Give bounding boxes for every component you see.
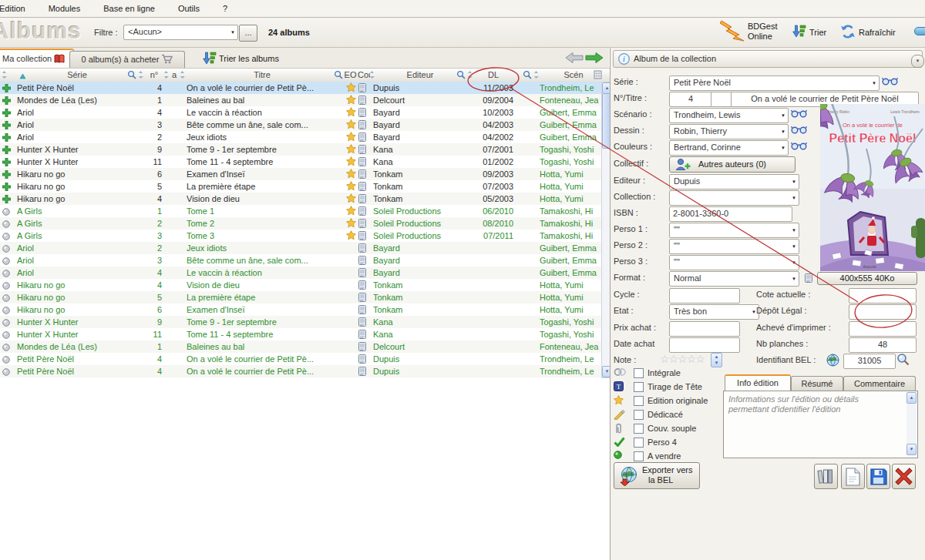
previous-arrow-icon[interactable] [565, 52, 584, 65]
table-row[interactable]: Hunter X Hunter11Tome 11 - 4 septembreKa… [0, 156, 601, 168]
checkbox[interactable] [634, 410, 644, 420]
export-bel-button[interactable]: Exporter versla BEL [614, 462, 700, 489]
search-icon[interactable] [456, 70, 466, 81]
table-row[interactable]: Mondes de Léa (Les)1Baleines au balDelco… [0, 94, 601, 106]
column-header-a[interactable]: a [168, 69, 180, 81]
table-row[interactable]: Ariol2Jeux idiotsBayard04/2002Guibert, E… [0, 131, 601, 143]
search-icon[interactable] [334, 70, 343, 81]
column-header-couverture[interactable]: Cou [358, 69, 370, 81]
note-spinner[interactable]: ▲▼ [711, 353, 722, 367]
image-size-button[interactable]: 400x555 40Ko [817, 272, 917, 285]
serie-dropdown[interactable]: Petit Père Noël▼ [669, 75, 880, 91]
new-record-button[interactable] [841, 464, 865, 489]
table-row[interactable]: A Girls2Tome 2Soleil Productions08/2010T… [0, 217, 601, 230]
refresh-button[interactable]: Rafraîchir [859, 28, 896, 37]
cote-actuelle-field[interactable] [849, 288, 917, 303]
collapse-panel-button[interactable]: ▼ [911, 55, 924, 68]
next-arrow-icon[interactable] [585, 52, 604, 65]
scroll-up-icon[interactable]: ▲ [906, 392, 917, 404]
albums-stack-button[interactable] [814, 464, 838, 489]
table-row[interactable]: Hunter X Hunter11Tome 11 - 4 septembreKa… [0, 328, 601, 340]
menu-help[interactable]: ? [211, 0, 239, 17]
perso3-dropdown[interactable]: ""▼ [669, 255, 799, 270]
column-header-dl[interactable]: DL [476, 69, 510, 81]
table-row[interactable]: Ariol3Bête comme un âne, sale com...Baya… [0, 119, 601, 131]
sort-caret-icon[interactable] [467, 70, 473, 81]
trier-les-albums-button[interactable]: Trier les albums [203, 51, 279, 66]
save-button[interactable] [866, 464, 890, 489]
sort-caret-icon[interactable] [533, 70, 539, 81]
table-row[interactable]: Hikaru no go4Vision de dieuTonkamHotta, … [0, 279, 601, 291]
tab-a-acheter[interactable]: 0 album(s) à acheter [69, 51, 185, 69]
tab-ma-collection[interactable]: Ma collection [0, 49, 74, 69]
perso2-dropdown[interactable]: ""▼ [669, 239, 799, 254]
bel-search-icon[interactable] [896, 353, 910, 367]
nb-planches-field[interactable]: 48 [849, 337, 917, 353]
column-header-eo[interactable]: EO [344, 69, 357, 81]
browse-couleurs-icon[interactable] [791, 141, 807, 152]
menu-modules[interactable]: Modules [37, 0, 92, 17]
date-achat-field[interactable] [669, 337, 740, 353]
menu-edition[interactable]: Edition [0, 0, 37, 17]
table-row[interactable]: Petit Père Noël4On a volé le courrier de… [0, 353, 601, 365]
checkbox[interactable] [634, 396, 644, 406]
filter-more-button[interactable]: ... [239, 25, 257, 42]
column-header-numero[interactable]: n° [145, 69, 163, 81]
table-row[interactable]: Ariol3Bête comme un âne, sale com...Baya… [0, 254, 601, 267]
refresh-icon[interactable] [840, 25, 856, 40]
note-stars-rating[interactable]: ☆☆☆☆☆ [660, 353, 705, 366]
search-icon[interactable] [523, 70, 532, 81]
column-header-titre[interactable]: Titre [200, 69, 324, 81]
sort-icon[interactable] [792, 25, 806, 39]
table-row[interactable]: Ariol4Le vaccin à réactionBayard10/2003G… [0, 106, 601, 119]
prix-achat-field[interactable] [669, 321, 740, 337]
filter-dropdown[interactable]: <Aucun>▼ [123, 25, 238, 40]
browse-series-icon[interactable] [882, 76, 898, 87]
table-row[interactable]: Hikaru no go6Examen d'InseïTonkamHotta, … [0, 303, 601, 316]
table-row[interactable]: Hikaru no go5La première étapeTonkam07/2… [0, 180, 601, 193]
depot-legal-field[interactable] [849, 304, 917, 320]
sort-caret-icon[interactable] [369, 70, 375, 81]
couleurs-dropdown[interactable]: Bertrand, Corinne▼ [669, 140, 789, 156]
column-header-serie[interactable]: Série [31, 69, 123, 81]
column-chooser-icon[interactable] [594, 70, 602, 81]
table-row[interactable]: Mondes de Léa (Les)1Baleines au balDelco… [0, 340, 601, 353]
bdgest-online-icon[interactable] [720, 20, 745, 43]
table-row[interactable]: Ariol4Le vaccin à réactionBayardGuibert,… [0, 267, 601, 279]
isbn-field[interactable]: 2-8001-3360-0 [669, 206, 792, 222]
checkbox[interactable] [634, 368, 644, 378]
sort-caret-icon[interactable] [138, 70, 143, 81]
browse-dessin-icon[interactable] [791, 125, 807, 136]
table-row[interactable]: Hikaru no go4Vision de dieuTonkam05/2003… [0, 193, 601, 205]
scenario-dropdown[interactable]: Trondheim, Lewis▼ [669, 108, 789, 123]
tab-info-edition[interactable]: Info édition [725, 374, 791, 392]
checkbox[interactable] [634, 438, 644, 448]
column-header-editeur[interactable]: Editeur [385, 69, 455, 81]
tab-commentaire[interactable]: Commentaire [843, 376, 916, 391]
table-row[interactable]: A Girls3Tome 3Soleil Productions07/2011T… [0, 230, 601, 242]
cycle-field[interactable] [669, 288, 740, 303]
search-icon[interactable] [127, 70, 136, 81]
scroll-down-icon[interactable]: ▼ [906, 444, 917, 455]
collection-dropdown[interactable]: ▼ [669, 190, 799, 206]
sort-caret-icon[interactable] [180, 70, 185, 81]
table-row[interactable]: Hikaru no go6Examen d'InseïTonkam09/2003… [0, 168, 601, 180]
perso1-dropdown[interactable]: ""▼ [669, 223, 799, 238]
table-row[interactable]: Ariol2Jeux idiotsBayardGuibert, Emma [0, 242, 601, 254]
acheve-imprimer-field[interactable] [849, 321, 917, 337]
sort-caret-icon[interactable] [2, 70, 7, 81]
autres-auteurs-button[interactable]: Autres auteurs (0) [669, 156, 796, 173]
checkbox[interactable] [634, 451, 644, 461]
etat-dropdown[interactable]: Très bon▼ [669, 304, 759, 320]
table-row[interactable]: Hunter X Hunter9Tome 9 - 1er septembreKa… [0, 143, 601, 156]
checkbox[interactable] [634, 382, 644, 392]
numero-bis-field[interactable] [711, 92, 732, 107]
column-header-scenariste[interactable]: Scén [555, 69, 592, 81]
bel-web-icon[interactable] [826, 354, 839, 368]
album-cover-image[interactable]: Thierry Robin Lewis Trondheim On a volé … [820, 104, 925, 271]
menu-base-en-ligne[interactable]: Base en ligne [92, 0, 166, 17]
sort-button[interactable]: Trier [809, 28, 826, 37]
cancel-button[interactable] [892, 464, 916, 489]
table-row[interactable]: Hikaru no go5La première étapeTonkamHott… [0, 291, 601, 303]
table-row[interactable]: Hunter X Hunter9Tome 9 - 1er septembreKa… [0, 316, 601, 328]
